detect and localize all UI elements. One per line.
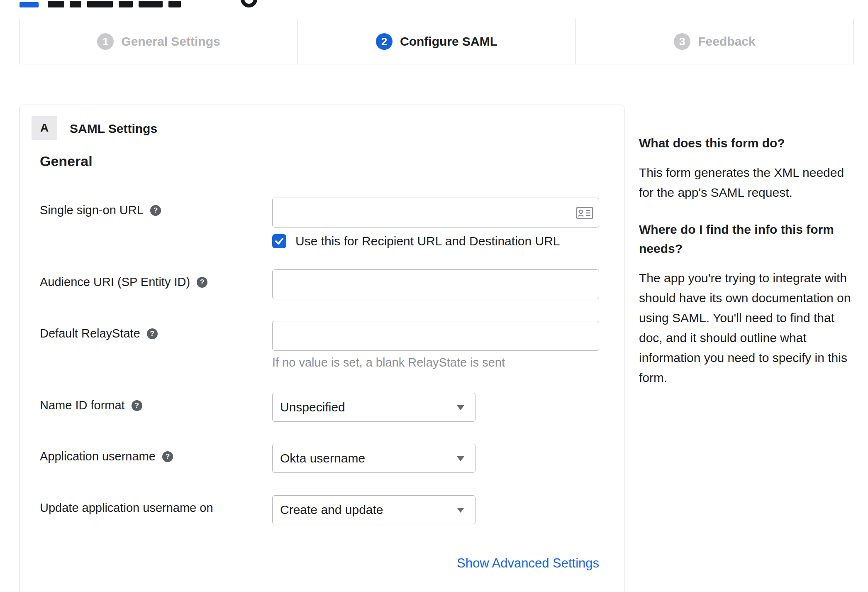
help-sidebar: What does this form do? This form genera… — [639, 134, 853, 405]
step-number-badge: 1 — [97, 33, 114, 50]
nameid-format-select[interactable]: Unspecified — [272, 393, 475, 422]
sso-url-input[interactable] — [272, 198, 599, 228]
sso-url-label: Single sign-on URL ? — [40, 203, 161, 217]
wizard-stepper: 1 General Settings 2 Configure SAML 3 Fe… — [20, 19, 854, 64]
recipient-url-checkbox-row: Use this for Recipient URL and Destinati… — [272, 234, 560, 248]
help-icon[interactable]: ? — [197, 277, 207, 288]
step-general-settings[interactable]: 1 General Settings — [20, 19, 297, 64]
step-number-badge: 2 — [376, 33, 393, 50]
label-text: Name ID format — [40, 399, 125, 412]
clipped-logo-fragment — [20, 2, 39, 7]
help-icon[interactable]: ? — [162, 451, 173, 462]
select-value: Okta username — [280, 451, 365, 465]
step-number-badge: 3 — [674, 33, 690, 50]
label-text: Update application username on — [40, 501, 213, 515]
clipped-app-header — [0, 0, 868, 8]
step-feedback[interactable]: 3 Feedback — [575, 19, 853, 64]
label-text: Application username — [40, 450, 156, 463]
recipient-url-checkbox-label[interactable]: Use this for Recipient URL and Destinati… — [295, 234, 560, 248]
clipped-title-fragment — [119, 1, 133, 7]
help-heading-where: Where do I find the info this form needs… — [639, 220, 853, 258]
nameid-format-label: Name ID format ? — [40, 399, 142, 412]
select-value: Unspecified — [280, 400, 345, 414]
step-label: General Settings — [121, 34, 220, 49]
contact-card-icon[interactable] — [576, 207, 593, 221]
label-text: Single sign-on URL — [40, 203, 144, 217]
gear-icon — [241, 0, 257, 7]
step-label: Configure SAML — [400, 34, 497, 49]
update-username-select[interactable]: Create and update — [272, 495, 475, 524]
chevron-down-icon — [457, 456, 464, 461]
step-configure-saml[interactable]: 2 Configure SAML — [297, 19, 575, 64]
clipped-title-fragment — [70, 1, 81, 7]
step-label: Feedback — [698, 34, 755, 49]
audience-uri-input[interactable] — [272, 269, 599, 299]
help-heading-what: What does this form do? — [639, 134, 853, 153]
select-value: Create and update — [280, 503, 383, 517]
clipped-title-fragment — [139, 1, 163, 7]
chevron-down-icon — [457, 508, 464, 513]
app-username-select[interactable]: Okta username — [272, 444, 475, 473]
chevron-down-icon — [457, 405, 464, 410]
show-advanced-settings-link[interactable]: Show Advanced Settings — [272, 556, 599, 571]
clipped-title-fragment — [168, 1, 181, 7]
saml-settings-card: A SAML Settings General Single sign-on U… — [20, 105, 624, 592]
help-icon[interactable]: ? — [150, 205, 161, 216]
relaystate-input[interactable] — [272, 321, 599, 351]
label-text: Default RelayState — [40, 327, 140, 340]
help-icon[interactable]: ? — [132, 400, 142, 411]
checkmark-icon — [274, 236, 284, 246]
update-username-label: Update application username on — [40, 501, 213, 515]
app-username-label: Application username ? — [40, 450, 173, 463]
clipped-title-fragment — [48, 1, 64, 7]
help-paragraph-where: The app you're trying to integrate with … — [639, 268, 853, 388]
general-heading: General — [40, 153, 93, 169]
page: 1 General Settings 2 Configure SAML 3 Fe… — [0, 0, 868, 592]
section-a-badge: A — [32, 116, 57, 140]
section-title: SAML Settings — [70, 122, 157, 136]
audience-uri-label: Audience URI (SP Entity ID) ? — [40, 275, 207, 289]
clipped-title-fragment — [87, 1, 113, 7]
recipient-url-checkbox[interactable] — [272, 234, 286, 248]
relaystate-label: Default RelayState ? — [40, 327, 158, 340]
help-icon[interactable]: ? — [147, 328, 158, 339]
relaystate-helper-text: If no value is set, a blank RelayState i… — [272, 356, 505, 369]
help-paragraph-what: This form generates the XML needed for t… — [639, 163, 853, 203]
label-text: Audience URI (SP Entity ID) — [40, 275, 190, 289]
